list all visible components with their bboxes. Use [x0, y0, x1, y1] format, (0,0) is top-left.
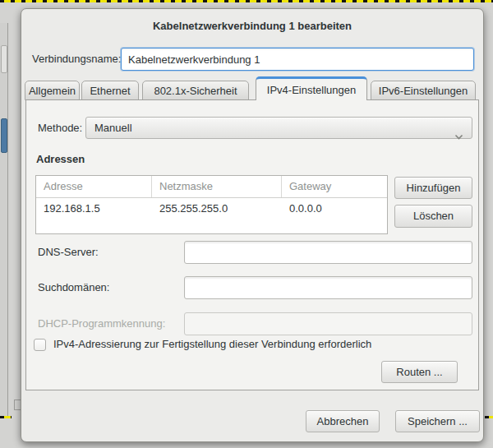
delete-address-button[interactable]: Löschen	[394, 205, 472, 228]
connection-name-label: Verbindungsname:	[32, 48, 121, 71]
tab-allgemein[interactable]: Allgemein	[25, 81, 80, 100]
layer-boundary-dash-left	[0, 416, 12, 418]
addresses-table-header: Adresse Netzmaske Gateway	[36, 176, 387, 198]
ipv4-settings-panel: Methode: Manuell Adressen Adresse Netzma…	[25, 99, 479, 390]
require-ipv4-checkbox[interactable]	[34, 339, 46, 351]
addresses-section-label: Adressen	[36, 153, 85, 165]
addresses-table: Adresse Netzmaske Gateway 192.168.1.5 25…	[35, 175, 388, 234]
dialog-title: Kabelnetzwerkverbindung 1 bearbeiten	[21, 20, 483, 32]
table-row[interactable]: 192.168.1.5 255.255.255.0 0.0.0.0	[36, 198, 387, 219]
routes-button[interactable]: Routen ...	[381, 361, 458, 383]
dns-server-label: DNS-Server:	[38, 241, 99, 264]
method-dropdown[interactable]: Manuell	[85, 117, 472, 139]
dns-server-input[interactable]	[184, 241, 472, 264]
column-header-gateway[interactable]: Gateway	[282, 176, 387, 197]
cell-adresse: 192.168.1.5	[36, 198, 152, 219]
background-scrollbar-thumb[interactable]	[1, 118, 7, 153]
require-ipv4-label: IPv4-Adressierung zur Fertigstellung die…	[53, 334, 371, 355]
tab-ethernet[interactable]: Ethernet	[81, 81, 139, 100]
chevron-down-icon	[454, 126, 463, 146]
cell-netzmaske: 255.255.255.0	[152, 198, 282, 219]
tab-ipv4-einstellungen[interactable]: IPv4-Einstellungen	[256, 76, 367, 100]
cancel-button[interactable]: Abbrechen	[306, 410, 380, 432]
background-scrollbar-track	[0, 23, 8, 416]
tab-ipv6-einstellungen[interactable]: IPv6-Einstellungen	[371, 81, 476, 100]
column-header-netzmaske[interactable]: Netzmaske	[152, 176, 282, 197]
cell-gateway: 0.0.0.0	[282, 198, 387, 219]
layer-boundary-dash-top	[0, 0, 493, 2]
search-domains-label: Suchdomänen:	[38, 276, 109, 299]
save-button[interactable]: Speichern ...	[395, 410, 480, 432]
tab-802-1x-sicherheit[interactable]: 802.1x-Sicherheit	[142, 81, 249, 100]
dhcp-client-id-input	[184, 312, 472, 335]
dhcp-client-id-label: DHCP-Programmkennung:	[38, 312, 165, 335]
background-window-fragment	[1, 45, 7, 73]
connection-name-input[interactable]	[121, 48, 474, 71]
search-domains-input[interactable]	[184, 276, 472, 299]
edit-connection-dialog: Kabelnetzwerkverbindung 1 bearbeiten Ver…	[21, 8, 484, 442]
layer-boundary-dash-right	[485, 416, 493, 418]
add-address-button[interactable]: Hinzufügen	[394, 177, 472, 199]
desktop-background: Kabelnetzwerkverbindung 1 bearbeiten Ver…	[0, 0, 493, 448]
method-label: Methode:	[38, 117, 82, 140]
column-header-adresse[interactable]: Adresse	[36, 176, 152, 197]
method-selected-value: Manuell	[94, 122, 132, 134]
